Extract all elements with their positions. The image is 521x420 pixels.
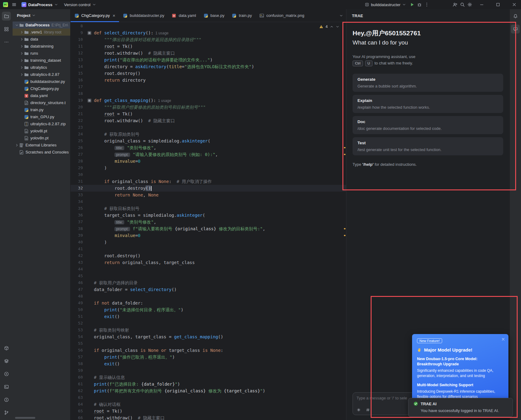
code-line-39[interactable]: 39 minvalue=0	[71, 232, 346, 239]
tree-item-chgcategory-py[interactable]: ChgCategory.py	[13, 85, 70, 92]
code-line-21[interactable]: 21 root = Tk()	[71, 111, 346, 117]
tree-item-venv1[interactable]: .venv1library root	[13, 29, 70, 36]
code-line-30[interactable]: 30	[71, 171, 346, 178]
code-line-27[interactable]: 27 prompt: "请输入要修改的原始类别号（例如: 0):",	[71, 151, 346, 158]
code-line-66[interactable]: 66root.withdraw() # 隐藏主窗口	[71, 414, 346, 420]
tree-item-data-yaml[interactable]: Ydata.yaml	[13, 92, 70, 99]
main-menu-icon[interactable]	[12, 2, 17, 7]
code-line-24[interactable]: 24 # 获取原始类别号	[71, 131, 346, 138]
tree-item-external-libraries[interactable]: External Libraries	[13, 142, 70, 149]
code-line-19[interactable]: 19def get_class_mapping(): 1 usage	[71, 97, 346, 104]
tool-button-ai-chat[interactable]	[511, 25, 520, 33]
tool-button-python-packages[interactable]	[2, 344, 11, 352]
code-line-54[interactable]: 54original_class, target_class = get_cla…	[71, 333, 346, 340]
code-line-25[interactable]: 25 original_class = simpledialog.askinte…	[71, 138, 346, 144]
code-line-13[interactable]: 13 print("请在弹出的对话框中选择要处理的文件夹...")	[71, 56, 346, 63]
trae-card-generate[interactable]: GenerateGenerate a bubble sort algorithm…	[353, 74, 503, 92]
more-options-icon[interactable]	[424, 2, 429, 7]
tree-item-data[interactable]: data	[13, 36, 70, 43]
code-line-45[interactable]: 45	[71, 273, 346, 279]
code-line-59[interactable]: 59	[71, 367, 346, 374]
tab-base-py[interactable]: base.py	[200, 9, 228, 22]
tree-item-builddatastructer-py[interactable]: builddatastructer.py	[13, 78, 70, 85]
code-line-42[interactable]: 42 root.destroy()	[71, 252, 346, 259]
maximize-button[interactable]	[491, 0, 505, 9]
code-line-34[interactable]: 34	[71, 198, 346, 205]
code-line-28[interactable]: 28 minvalue=0	[71, 158, 346, 165]
code-line-52[interactable]: 52	[71, 320, 346, 327]
code-line-53[interactable]: 53# 获取类别号映射	[71, 327, 346, 333]
search-icon[interactable]	[460, 2, 465, 7]
code-line-50[interactable]: 50 print("未选择任何目录，程序退出。")	[71, 306, 346, 313]
project-panel-header[interactable]: Project	[13, 9, 70, 21]
tab-confusion-matrix-png[interactable]: confusion_matrix.png	[256, 9, 308, 22]
notification-close-icon[interactable]	[501, 337, 505, 341]
code-line-20[interactable]: 20 """获取用户想要修改的原始类别号和目标类别号"""	[71, 104, 346, 111]
code-line-57[interactable]: 57 print("操作已取消，程序退出。")	[71, 354, 346, 360]
run-gutter-icon[interactable]	[87, 31, 91, 35]
code-line-38[interactable]: 38 prompt: f"请输入要将类别号 {original_class} 修…	[71, 225, 346, 232]
tab-builddatastructer-py[interactable]: builddatastructer.py	[119, 9, 168, 22]
model-select-icon[interactable]	[357, 408, 361, 412]
close-button[interactable]	[507, 0, 521, 9]
code-line-36[interactable]: 36 target_class = simpledialog.askintege…	[71, 212, 346, 219]
tab-train-py[interactable]: train.py	[228, 9, 256, 22]
tree-item-dataprocess[interactable]: DataProcessE:\Prj_En\	[13, 21, 70, 29]
tool-button-project-folder[interactable]	[2, 12, 11, 21]
project-selector[interactable]: DP DataProcess	[20, 2, 59, 8]
code-line-37[interactable]: 37 title: "类别号修改",	[71, 219, 346, 225]
code-line-58[interactable]: 58 exit()	[71, 360, 346, 367]
code-line-35[interactable]: 35 # 获取目标类别号	[71, 205, 346, 212]
run-configuration-selector[interactable]: builddatastructer	[364, 2, 407, 8]
code-line-22[interactable]: 22 root.withdraw() # 隐藏主窗口	[71, 117, 346, 124]
code-line-64[interactable]: 64# 确认对话框	[71, 401, 346, 408]
code-line-14[interactable]: 14 directory = askdirectory(title="选择包含Y…	[71, 63, 346, 70]
tree-item-yolov8l-pt[interactable]: yolov8l.pt	[13, 127, 70, 134]
tree-item-yolov8n-pt[interactable]: yolov8n.pt	[13, 134, 70, 142]
tool-button-layers[interactable]	[2, 356, 11, 365]
code-line-31[interactable]: 31 if original_class is None: # 用户取消了操作	[71, 178, 346, 185]
code-line-61[interactable]: 61print(f"已选择目录: {data_folder}")	[71, 381, 346, 387]
code-line-8[interactable]: 8	[71, 23, 346, 29]
prev-warning-icon[interactable]	[330, 25, 334, 29]
tab-close-icon[interactable]: ×	[113, 13, 115, 18]
code-line-44[interactable]: 44	[71, 266, 346, 273]
horizontal-scrollbar[interactable]	[15, 417, 35, 419]
minimize-button[interactable]	[475, 0, 488, 9]
code-line-65[interactable]: 65root = Tk()	[71, 408, 346, 414]
code-line-62[interactable]: 62print(f"将把所有文件中的类别号 {original_class} 修…	[71, 387, 346, 394]
code-line-46[interactable]: 46# 获取用户选择的目录	[71, 279, 346, 286]
tree-item-runs[interactable]: runs	[13, 50, 70, 57]
tree-item-datatrainning[interactable]: datatrainning	[13, 43, 70, 50]
trae-card-explain[interactable]: Explain/explain how the selected functio…	[353, 95, 503, 113]
tool-button-problems[interactable]	[2, 395, 11, 404]
tree-item-train-py[interactable]: train.py	[13, 106, 70, 113]
code-line-51[interactable]: 51 exit()	[71, 313, 346, 320]
tool-button-services[interactable]	[2, 369, 11, 378]
code-line-48[interactable]: 48	[71, 293, 346, 300]
code-line-33[interactable]: 33 return None, None	[71, 192, 346, 198]
trae-card-doc[interactable]: Doc/doc generate documentation for selec…	[353, 116, 503, 134]
code-line-56[interactable]: 56if original_class is None or target_cl…	[71, 347, 346, 354]
context-icon[interactable]	[366, 408, 370, 412]
code-line-43[interactable]: 43 return original_class, target_class	[71, 259, 346, 266]
version-control-selector[interactable]: Version control	[63, 2, 97, 8]
run-icon[interactable]	[410, 2, 415, 7]
code-line-41[interactable]: 41	[71, 246, 346, 252]
tree-item-directory-structure-t[interactable]: directory_structure.t	[13, 99, 70, 106]
trae-card-test[interactable]: Test/test generate unit test for the sel…	[353, 137, 503, 155]
code-line-11[interactable]: 11 root = Tk()	[71, 43, 346, 50]
tool-button-bell[interactable]	[511, 12, 520, 21]
tool-button-git-branch[interactable]	[2, 408, 11, 417]
code-line-10[interactable]: 10 """弹出目录选择对话框并返回选择的目录路径"""	[71, 36, 346, 43]
tab-chgcategory-py[interactable]: ChgCategory.py×	[71, 9, 119, 22]
code-line-17[interactable]: 17	[71, 84, 346, 90]
code-area[interactable]: 89def select_directory(): 1 usage10 """弹…	[71, 22, 346, 420]
code-line-29[interactable]: 29 )	[71, 165, 346, 171]
tab-data-yaml[interactable]: Ydata.yaml	[168, 9, 199, 22]
code-line-60[interactable]: 60# 显示确认信息	[71, 374, 346, 381]
code-line-9[interactable]: 9def select_directory(): 1 usage	[71, 29, 346, 36]
add-user-icon[interactable]	[453, 2, 457, 7]
code-line-23[interactable]: 23	[71, 124, 346, 131]
code-line-63[interactable]: 63	[71, 394, 346, 401]
